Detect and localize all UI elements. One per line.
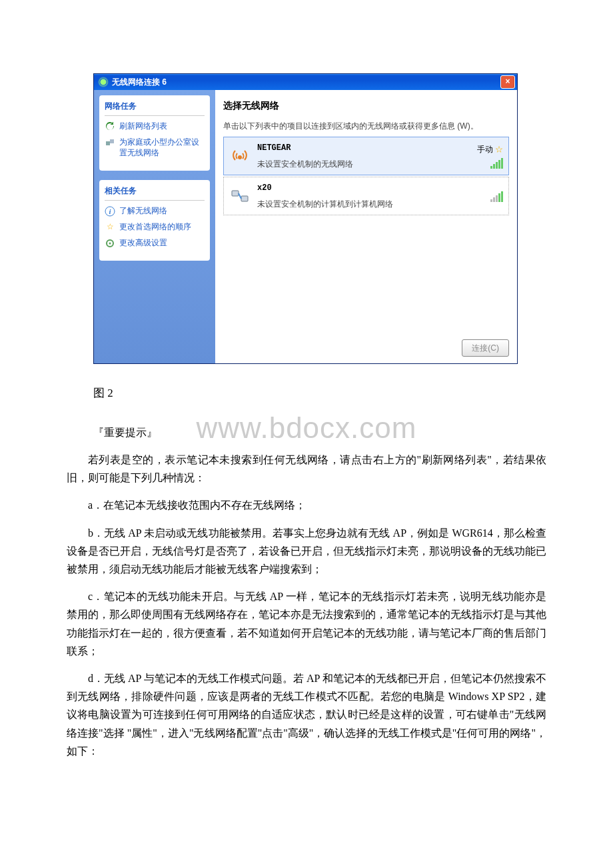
learn-wireless[interactable]: i 了解无线网络: [105, 206, 205, 217]
star-icon: ☆: [105, 222, 115, 233]
gear-icon: [105, 238, 115, 249]
figure-caption: 图 2: [93, 384, 546, 403]
setup-label: 为家庭或小型办公室设置无线网络: [119, 137, 205, 158]
wireless-icon: [98, 77, 109, 87]
svg-point-5: [109, 242, 111, 244]
titlebar[interactable]: 无线网络连接 6 ×: [94, 74, 517, 90]
setup-icon: [105, 137, 115, 148]
choose-network-heading: 选择无线网络: [223, 98, 509, 114]
network-item-netgear[interactable]: NETGEAR 未设置安全机制的无线网络 手动 ☆: [223, 137, 509, 175]
signal-icon: [490, 191, 503, 202]
learn-label: 了解无线网络: [119, 206, 167, 217]
network-ssid: NETGEAR: [257, 141, 477, 155]
related-tasks-title: 相关任务: [105, 184, 205, 201]
important-prompt-title: 『重要提示』: [93, 423, 546, 441]
svg-rect-7: [232, 191, 239, 196]
ap-icon: [229, 145, 251, 167]
refresh-icon: [105, 121, 115, 132]
svg-point-6: [238, 155, 242, 159]
sidebar: 网络任务 刷新网络列表 为家庭或小型办公室设置无线网络: [94, 90, 215, 363]
network-badge: 手动: [477, 145, 493, 154]
change-advanced-settings[interactable]: 更改高级设置: [105, 238, 205, 249]
refresh-network-list[interactable]: 刷新网络列表: [105, 121, 205, 132]
change-preferred-order[interactable]: ☆ 更改首选网络的顺序: [105, 222, 205, 233]
network-desc: 未设置安全机制的无线网络: [257, 157, 477, 171]
svg-rect-8: [241, 196, 248, 201]
svg-rect-1: [110, 139, 114, 143]
paragraph-d: d．无线 AP 与笔记本的无线工作模式问题。若 AP 和笔记本的无线都已开启，但…: [67, 669, 546, 760]
wireless-dialog: 无线网络连接 6 × 网络任务 刷新网络列表: [93, 73, 518, 364]
intro-paragraph: 若列表是空的，表示笔记本未搜索到任何无线网络，请点击右上方的"刷新网络列表"，若…: [67, 451, 546, 487]
favorite-icon: ☆: [495, 145, 503, 154]
order-label: 更改首选网络的顺序: [119, 222, 191, 233]
network-desc: 未设置安全机制的计算机到计算机网络: [257, 197, 488, 211]
network-ssid: x20: [257, 181, 488, 195]
paragraph-b: b．无线 AP 未启动或无线功能被禁用。若事实上您身边就有无线 AP，例如是 W…: [67, 524, 546, 579]
signal-icon: [490, 158, 503, 169]
paragraph-c: c．笔记本的无线功能未开启。与无线 AP 一样，笔记本的无线指示灯若未亮，说明无…: [67, 587, 546, 660]
main-panel: 选择无线网络 单击以下列表中的项目以连接到区域内的无线网络或获得更多信息 (W)…: [215, 90, 517, 363]
setup-wireless-network[interactable]: 为家庭或小型办公室设置无线网络: [105, 137, 205, 158]
window-title: 无线网络连接 6: [112, 75, 167, 89]
instruction-text: 单击以下列表中的项目以连接到区域内的无线网络或获得更多信息 (W)。: [223, 119, 509, 133]
advanced-label: 更改高级设置: [119, 238, 167, 249]
refresh-label: 刷新网络列表: [119, 121, 167, 132]
svg-rect-0: [106, 141, 110, 145]
network-tasks-title: 网络任务: [105, 99, 205, 116]
info-icon: i: [105, 206, 115, 217]
connect-button[interactable]: 连接(C): [462, 339, 509, 357]
paragraph-a: a．在笔记本无线接收范围内不存在无线网络；: [67, 496, 546, 514]
network-item-x20[interactable]: x20 未设置安全机制的计算机到计算机网络: [223, 177, 509, 215]
close-icon[interactable]: ×: [500, 75, 515, 89]
adhoc-icon: [229, 185, 251, 207]
